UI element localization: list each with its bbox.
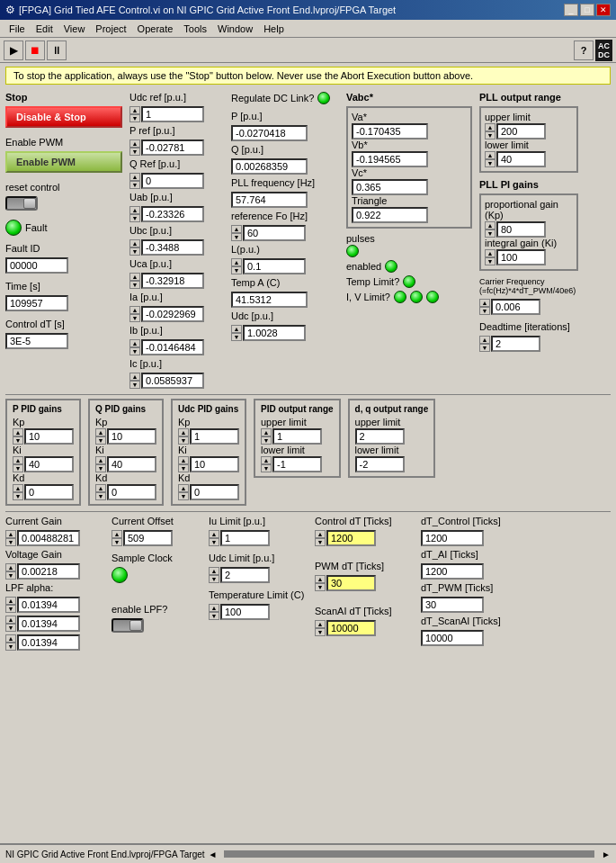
disable-stop-button[interactable]: Disable & Stop — [5, 106, 122, 128]
uab-down[interactable]: ▼ — [129, 214, 140, 222]
triangle-value[interactable]: 0.922 — [352, 207, 428, 223]
pll-ki-value[interactable]: 100 — [496, 249, 546, 265]
q-kd-up[interactable]: ▲ — [95, 484, 106, 492]
pll-lower-value[interactable]: 40 — [496, 151, 546, 167]
abort-button[interactable]: ⏹ — [25, 40, 45, 60]
pll-freq-value[interactable]: 57.764 — [231, 192, 308, 208]
menu-view[interactable]: View — [58, 22, 91, 36]
udc-pu-value[interactable]: 1.0028 — [243, 325, 306, 341]
lpf2-up[interactable]: ▲ — [5, 616, 16, 624]
udc-kd-value[interactable]: 0 — [190, 484, 239, 500]
enable-lpf-toggle[interactable] — [112, 618, 144, 633]
pid-lower-down[interactable]: ▼ — [261, 464, 272, 472]
lpf2-value[interactable]: 0.01394 — [17, 616, 80, 632]
control-dt-ticks-down[interactable]: ▼ — [315, 538, 326, 546]
run-button[interactable]: ▶ — [4, 40, 23, 60]
p-kd-value[interactable]: 0 — [24, 484, 74, 500]
lpf3-down[interactable]: ▼ — [5, 643, 16, 651]
ic-down[interactable]: ▼ — [129, 381, 140, 389]
time-value[interactable]: 109957 — [5, 295, 68, 311]
scanai-dt-up[interactable]: ▲ — [315, 620, 326, 628]
current-gain-value[interactable]: 0.00488281 — [17, 530, 80, 546]
iu-limit-down[interactable]: ▼ — [209, 538, 219, 546]
lpf1-down[interactable]: ▼ — [5, 605, 16, 613]
uca-value[interactable]: -0.32918 — [141, 273, 204, 289]
minimize-button[interactable]: _ — [564, 4, 578, 16]
q-kd-value[interactable]: 0 — [107, 484, 156, 500]
ic-up[interactable]: ▲ — [129, 373, 140, 381]
dt-ai-value[interactable]: 1200 — [421, 563, 484, 580]
ib-down[interactable]: ▼ — [129, 347, 140, 355]
udc-kp-value[interactable]: 1 — [190, 428, 239, 445]
uab-value[interactable]: -0.23326 — [141, 206, 204, 222]
maximize-button[interactable]: □ — [580, 4, 594, 16]
menu-window[interactable]: Window — [212, 22, 258, 36]
bottom-bar-arrow-right[interactable]: ► — [602, 850, 611, 859]
voltage-gain-up[interactable]: ▲ — [5, 563, 16, 571]
fault-id-value[interactable]: 00000 — [5, 257, 68, 274]
q-kp-value[interactable]: 10 — [107, 428, 156, 445]
q-ref-down[interactable]: ▼ — [129, 181, 140, 189]
p-ref-up[interactable]: ▲ — [129, 139, 140, 148]
lpf1-value[interactable]: 0.01394 — [17, 597, 80, 613]
temp-limit-c-down[interactable]: ▼ — [209, 612, 219, 620]
vb-value[interactable]: -0.194565 — [352, 151, 428, 167]
current-offset-up[interactable]: ▲ — [112, 530, 122, 538]
q-kp-down[interactable]: ▼ — [95, 436, 106, 445]
udc-kp-down[interactable]: ▼ — [178, 436, 189, 445]
temp-limit-c-value[interactable]: 100 — [220, 604, 270, 620]
carrier-freq-down[interactable]: ▼ — [479, 307, 490, 315]
temp-limit-c-up[interactable]: ▲ — [209, 604, 219, 612]
ia-value[interactable]: -0.0292969 — [141, 306, 204, 322]
dq-upper-value[interactable]: 2 — [355, 428, 405, 445]
p-pu-value[interactable]: -0.0270418 — [231, 125, 308, 141]
udc-ref-down[interactable]: ▼ — [129, 114, 140, 122]
p-ki-up[interactable]: ▲ — [13, 456, 23, 464]
bottom-scrollbar[interactable] — [224, 850, 594, 858]
pll-upper-up[interactable]: ▲ — [485, 123, 495, 131]
current-offset-value[interactable]: 509 — [123, 530, 173, 546]
enable-pwm-button[interactable]: Enable PWM — [5, 151, 122, 173]
vc-value[interactable]: 0.365 — [352, 179, 428, 195]
pwm-dt-up[interactable]: ▲ — [315, 575, 326, 583]
q-pu-value[interactable]: 0.00268359 — [231, 158, 308, 175]
pll-upper-down[interactable]: ▼ — [485, 131, 495, 139]
pll-kp-value[interactable]: 80 — [496, 221, 546, 238]
carrier-freq-value[interactable]: 0.006 — [491, 299, 540, 315]
voltage-gain-down[interactable]: ▼ — [5, 571, 16, 580]
ref-fo-down[interactable]: ▼ — [231, 233, 242, 241]
dt-control-value[interactable]: 1200 — [421, 530, 484, 546]
menu-operate[interactable]: Operate — [132, 22, 179, 36]
q-ki-value[interactable]: 40 — [107, 456, 156, 472]
udc-limit-up[interactable]: ▲ — [209, 567, 219, 575]
udc-limit-down[interactable]: ▼ — [209, 575, 219, 583]
scanai-dt-down[interactable]: ▼ — [315, 628, 326, 636]
control-dt-ticks-value[interactable]: 1200 — [326, 530, 376, 546]
control-dt-value[interactable]: 3E-5 — [5, 333, 68, 349]
pll-kp-down[interactable]: ▼ — [485, 229, 495, 238]
ubc-down[interactable]: ▼ — [129, 247, 140, 256]
q-ki-up[interactable]: ▲ — [95, 456, 106, 464]
pll-ki-up[interactable]: ▲ — [485, 249, 495, 257]
ref-fo-value[interactable]: 60 — [243, 225, 306, 241]
q-kd-down[interactable]: ▼ — [95, 492, 106, 500]
udc-ki-up[interactable]: ▲ — [178, 456, 189, 464]
l-pu-down[interactable]: ▼ — [231, 266, 242, 274]
pwm-dt-down[interactable]: ▼ — [315, 583, 326, 591]
q-ref-value[interactable]: 0 — [141, 173, 204, 189]
pwm-dt-value[interactable]: 30 — [326, 575, 376, 591]
pll-ki-down[interactable]: ▼ — [485, 257, 495, 265]
deadtime-down[interactable]: ▼ — [479, 344, 490, 352]
ubc-up[interactable]: ▲ — [129, 239, 140, 247]
udc-pu-up[interactable]: ▲ — [231, 325, 242, 333]
ia-up[interactable]: ▲ — [129, 306, 140, 314]
current-offset-down[interactable]: ▼ — [112, 538, 122, 546]
current-gain-up[interactable]: ▲ — [5, 530, 16, 538]
ia-down[interactable]: ▼ — [129, 314, 140, 322]
current-gain-down[interactable]: ▼ — [5, 538, 16, 546]
ubc-value[interactable]: -0.3488 — [141, 239, 204, 256]
pause-button[interactable]: ⏸ — [47, 40, 67, 60]
p-kp-down[interactable]: ▼ — [13, 436, 23, 445]
menu-tools[interactable]: Tools — [178, 22, 212, 36]
deadtime-up[interactable]: ▲ — [479, 336, 490, 344]
